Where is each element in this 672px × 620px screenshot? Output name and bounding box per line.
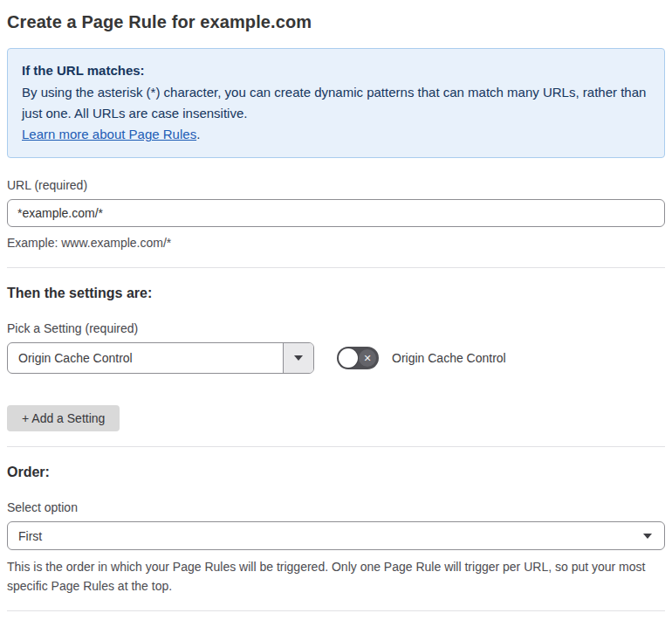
url-field-label: URL (required) — [7, 178, 665, 192]
url-input[interactable] — [7, 199, 665, 227]
chevron-down-icon — [643, 534, 652, 539]
divider — [7, 267, 665, 268]
learn-more-link[interactable]: Learn more about Page Rules — [22, 127, 196, 141]
setting-select-arrow-button[interactable] — [283, 343, 313, 373]
url-match-info-box: If the URL matches: By using the asteris… — [7, 48, 665, 158]
order-select-value: First — [8, 522, 631, 549]
origin-cache-control-toggle[interactable]: ✕ — [337, 347, 379, 369]
order-select-arrow — [631, 522, 664, 549]
divider — [7, 610, 665, 611]
order-section-heading: Order: — [7, 465, 665, 480]
toggle-knob — [339, 348, 358, 368]
order-helper-text: This is the order in which your Page Rul… — [7, 557, 665, 596]
toggle-x-icon: ✕ — [359, 349, 376, 367]
setting-row: Origin Cache Control ✕ Origin Cache Cont… — [7, 342, 665, 374]
pick-setting-label: Pick a Setting (required) — [7, 321, 665, 335]
add-setting-button[interactable]: + Add a Setting — [7, 405, 120, 431]
info-box-heading: If the URL matches: — [22, 60, 650, 81]
page-title: Create a Page Rule for example.com — [7, 12, 665, 32]
order-select-label: Select option — [7, 500, 665, 514]
chevron-down-icon — [294, 355, 303, 361]
url-example-helper: Example: www.example.com/* — [7, 234, 665, 252]
divider — [7, 446, 665, 447]
settings-section-heading: Then the settings are: — [7, 286, 665, 301]
setting-select-value: Origin Cache Control — [8, 343, 283, 373]
setting-select[interactable]: Origin Cache Control — [7, 342, 314, 374]
info-box-link-row: Learn more about Page Rules. — [22, 124, 650, 145]
info-box-body: By using the asterisk (*) character, you… — [22, 82, 650, 124]
order-select[interactable]: First — [7, 521, 665, 550]
link-suffix: . — [196, 127, 200, 141]
toggle-label: Origin Cache Control — [392, 351, 506, 365]
